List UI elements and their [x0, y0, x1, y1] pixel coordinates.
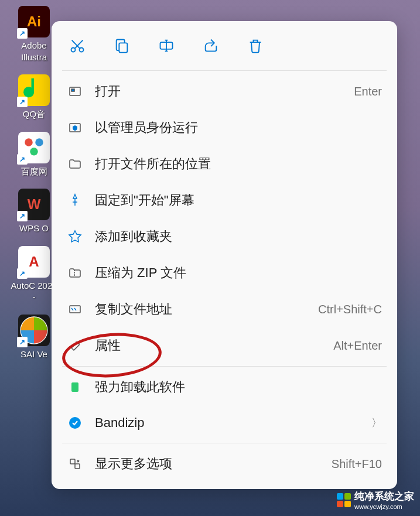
menu-separator [62, 70, 387, 71]
menu-item-bandizip[interactable]: Bandizip 〉 [56, 405, 392, 440]
watermark-logo-icon [337, 493, 351, 507]
more-icon [67, 456, 83, 472]
menu-item-open[interactable]: 打开 Enter [56, 73, 392, 110]
menu-item-open-location[interactable]: 打开文件所在的位置 [56, 146, 392, 182]
delete-button[interactable] [245, 36, 266, 57]
shortcut-overlay-icon: ↗ [17, 211, 28, 221]
desktop-icon-baidu[interactable]: ↗ 百度网 [11, 132, 57, 177]
icon-label: 百度网 [21, 166, 47, 177]
svg-point-13 [69, 417, 81, 429]
svg-rect-9 [71, 89, 74, 91]
menu-item-pin-start[interactable]: 固定到"开始"屏幕 [56, 182, 392, 218]
shield-icon [67, 119, 83, 136]
menu-item-copy-path[interactable]: 复制文件地址 Ctrl+Shift+C [56, 291, 392, 327]
desktop-icon-wps[interactable]: W↗ WPS O [11, 189, 57, 234]
menu-label: 复制文件地址 [95, 300, 318, 318]
menu-item-more-options[interactable]: 显示更多选项 Shift+F10 [56, 446, 392, 482]
icon-label: WPS O [19, 223, 49, 234]
wps-icon: W↗ [18, 189, 50, 220]
zip-icon [67, 265, 83, 281]
watermark: 纯净系统之家 www.ycwjzy.com [337, 490, 414, 510]
share-button[interactable] [200, 36, 221, 57]
icon-label: Adobe Illustra [11, 40, 57, 63]
menu-shortcut: Alt+Enter [333, 339, 382, 353]
menu-label: 固定到"开始"屏幕 [95, 192, 382, 209]
menu-shortcut: Ctrl+Shift+C [318, 303, 382, 316]
star-icon [67, 228, 83, 245]
shortcut-overlay-icon: ↗ [17, 268, 28, 279]
desktop-icon-sai[interactable]: ↗ SAI Ve [11, 315, 57, 360]
context-menu: 打开 Enter 以管理员身份运行 打开文件所在的位置 固定到"开始"屏幕 添加… [52, 21, 397, 489]
pin-icon [67, 192, 83, 209]
menu-item-add-favorite[interactable]: 添加到收藏夹 [56, 218, 392, 255]
qqmusic-icon: ↗ [18, 74, 50, 106]
svg-point-2 [30, 148, 38, 156]
folder-icon [67, 156, 83, 172]
baidu-icon: ↗ [18, 132, 50, 163]
menu-item-properties[interactable]: 属性 Alt+Enter [56, 327, 392, 364]
menu-label: 添加到收藏夹 [95, 228, 382, 245]
menu-label: 打开 [95, 83, 354, 100]
autocad-icon: A↗ [18, 246, 50, 278]
menu-item-compress-zip[interactable]: 压缩为 ZIP 文件 [56, 255, 392, 291]
cut-icon [69, 37, 86, 56]
watermark-text: 纯净系统之家 www.ycwjzy.com [354, 490, 414, 510]
share-icon [203, 37, 219, 56]
delete-icon [247, 37, 264, 56]
menu-label: 压缩为 ZIP 文件 [95, 264, 382, 282]
copy-button[interactable] [111, 36, 132, 57]
shortcut-overlay-icon: ↗ [17, 97, 28, 107]
desktop-icon-qqmusic[interactable]: ↗ QQ音 [11, 74, 57, 120]
menu-label: 强力卸载此软件 [95, 378, 382, 396]
copy-icon [114, 37, 130, 56]
svg-rect-14 [70, 459, 75, 464]
wrench-icon [67, 337, 83, 354]
svg-point-0 [25, 138, 33, 146]
open-icon [67, 83, 83, 100]
desktop-icon-autocad[interactable]: A↗ AutoC 2020 - [11, 246, 57, 303]
menu-label: Bandizip [95, 415, 371, 430]
menu-shortcut: Enter [354, 85, 382, 98]
svg-point-5 [80, 48, 84, 52]
menu-item-uninstall[interactable]: 强力卸载此软件 [56, 369, 392, 405]
shortcut-overlay-icon: ↗ [17, 337, 28, 347]
sai-icon: ↗ [18, 315, 50, 346]
path-icon [67, 301, 83, 317]
menu-label: 打开文件所在的位置 [95, 155, 382, 173]
cut-button[interactable] [67, 36, 88, 57]
svg-point-4 [71, 48, 76, 52]
illustrator-icon: Ai↗ [18, 6, 50, 37]
chevron-right-icon: 〉 [371, 416, 382, 430]
svg-rect-12 [71, 382, 78, 392]
shortcut-overlay-icon: ↗ [17, 154, 28, 165]
svg-rect-6 [119, 43, 127, 52]
svg-point-1 [35, 138, 43, 146]
desktop-icons: Ai↗ Adobe Illustra ↗ QQ音 ↗ 百度网 W↗ WPS O … [11, 6, 57, 371]
svg-rect-15 [75, 464, 80, 469]
menu-separator [62, 366, 387, 367]
menu-label: 显示更多选项 [95, 455, 332, 473]
desktop-icon-illustrator[interactable]: Ai↗ Adobe Illustra [11, 6, 57, 63]
menu-label: 以管理员身份运行 [95, 119, 382, 136]
menu-item-run-as-admin[interactable]: 以管理员身份运行 [56, 110, 392, 146]
menu-separator [62, 443, 387, 443]
menu-shortcut: Shift+F10 [332, 457, 382, 471]
context-menu-toolbar [56, 28, 392, 68]
icon-label: QQ音 [23, 108, 45, 120]
rename-icon [158, 37, 175, 56]
bandizip-icon [67, 415, 83, 431]
uninstall-icon [67, 379, 83, 395]
rename-button[interactable] [156, 36, 177, 57]
menu-label: 属性 [95, 337, 333, 354]
icon-label: AutoC 2020 - [11, 280, 57, 303]
icon-label: SAI Ve [21, 348, 47, 360]
shortcut-overlay-icon: ↗ [17, 28, 28, 39]
